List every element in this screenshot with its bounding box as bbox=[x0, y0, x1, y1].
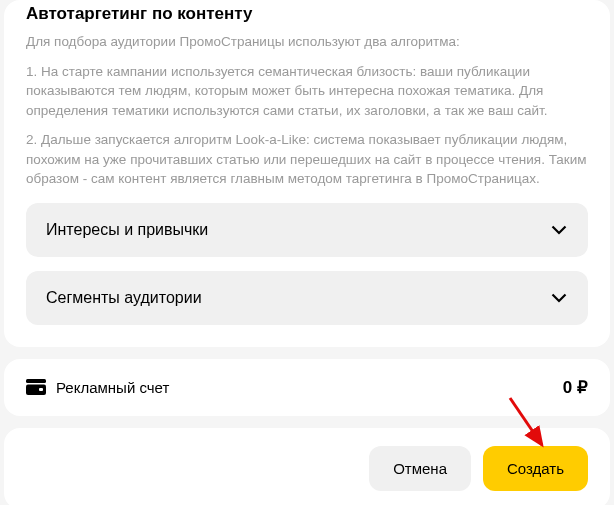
account-info: Рекламный счет bbox=[26, 379, 169, 396]
accordion-interests-label: Интересы и привычки bbox=[46, 221, 208, 239]
account-balance: 0 ₽ bbox=[563, 377, 588, 398]
actions-bar: Отмена Создать bbox=[4, 428, 610, 505]
intro-text: Для подбора аудитории ПромоСтраницы испо… bbox=[26, 32, 588, 52]
section-title: Автотаргетинг по контенту bbox=[26, 4, 588, 24]
accordion-segments[interactable]: Сегменты аудитории bbox=[26, 271, 588, 325]
chevron-down-icon bbox=[550, 224, 568, 236]
cancel-button[interactable]: Отмена bbox=[369, 446, 471, 491]
account-card: Рекламный счет 0 ₽ bbox=[4, 359, 610, 416]
svg-rect-2 bbox=[39, 388, 43, 391]
chevron-down-icon bbox=[550, 292, 568, 304]
paragraph-1: 1. На старте кампании используется семан… bbox=[26, 62, 588, 121]
accordion-segments-label: Сегменты аудитории bbox=[46, 289, 202, 307]
create-button[interactable]: Создать bbox=[483, 446, 588, 491]
account-label: Рекламный счет bbox=[56, 379, 169, 396]
accordion-interests[interactable]: Интересы и привычки bbox=[26, 203, 588, 257]
wallet-icon bbox=[26, 379, 46, 395]
svg-rect-0 bbox=[26, 379, 46, 383]
paragraph-2: 2. Дальше запускается алгоритм Look-a-Li… bbox=[26, 130, 588, 189]
targeting-section: Автотаргетинг по контенту Для подбора ау… bbox=[4, 0, 610, 347]
